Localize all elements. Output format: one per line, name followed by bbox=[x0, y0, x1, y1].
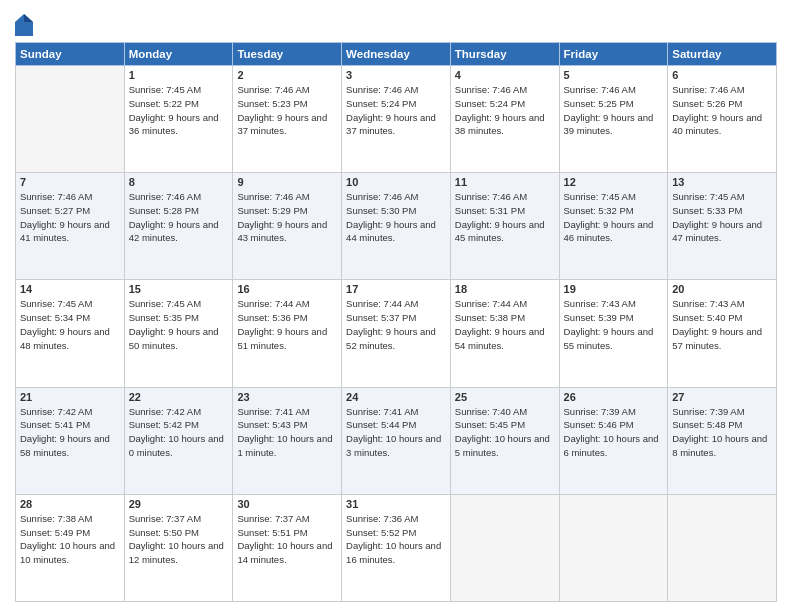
day-info: Sunrise: 7:45 AMSunset: 5:22 PMDaylight:… bbox=[129, 83, 229, 138]
day-info: Sunrise: 7:39 AMSunset: 5:46 PMDaylight:… bbox=[564, 405, 664, 460]
day-number: 2 bbox=[237, 69, 337, 81]
day-info: Sunrise: 7:46 AMSunset: 5:27 PMDaylight:… bbox=[20, 190, 120, 245]
day-info: Sunrise: 7:43 AMSunset: 5:39 PMDaylight:… bbox=[564, 297, 664, 352]
day-number: 9 bbox=[237, 176, 337, 188]
day-number: 20 bbox=[672, 283, 772, 295]
day-info: Sunrise: 7:46 AMSunset: 5:31 PMDaylight:… bbox=[455, 190, 555, 245]
calendar-cell: 1Sunrise: 7:45 AMSunset: 5:22 PMDaylight… bbox=[124, 66, 233, 173]
day-info: Sunrise: 7:36 AMSunset: 5:52 PMDaylight:… bbox=[346, 512, 446, 567]
calendar-cell: 31Sunrise: 7:36 AMSunset: 5:52 PMDayligh… bbox=[342, 494, 451, 601]
day-info: Sunrise: 7:37 AMSunset: 5:51 PMDaylight:… bbox=[237, 512, 337, 567]
day-number: 1 bbox=[129, 69, 229, 81]
day-number: 8 bbox=[129, 176, 229, 188]
day-info: Sunrise: 7:41 AMSunset: 5:44 PMDaylight:… bbox=[346, 405, 446, 460]
calendar-week-row: 28Sunrise: 7:38 AMSunset: 5:49 PMDayligh… bbox=[16, 494, 777, 601]
day-number: 28 bbox=[20, 498, 120, 510]
day-number: 14 bbox=[20, 283, 120, 295]
header bbox=[15, 10, 777, 36]
day-number: 15 bbox=[129, 283, 229, 295]
day-info: Sunrise: 7:46 AMSunset: 5:29 PMDaylight:… bbox=[237, 190, 337, 245]
day-info: Sunrise: 7:46 AMSunset: 5:24 PMDaylight:… bbox=[455, 83, 555, 138]
day-info: Sunrise: 7:46 AMSunset: 5:28 PMDaylight:… bbox=[129, 190, 229, 245]
calendar-cell: 7Sunrise: 7:46 AMSunset: 5:27 PMDaylight… bbox=[16, 173, 125, 280]
calendar-cell bbox=[16, 66, 125, 173]
calendar-cell: 15Sunrise: 7:45 AMSunset: 5:35 PMDayligh… bbox=[124, 280, 233, 387]
day-info: Sunrise: 7:42 AMSunset: 5:42 PMDaylight:… bbox=[129, 405, 229, 460]
day-number: 11 bbox=[455, 176, 555, 188]
calendar-cell: 2Sunrise: 7:46 AMSunset: 5:23 PMDaylight… bbox=[233, 66, 342, 173]
calendar-cell: 30Sunrise: 7:37 AMSunset: 5:51 PMDayligh… bbox=[233, 494, 342, 601]
day-info: Sunrise: 7:46 AMSunset: 5:30 PMDaylight:… bbox=[346, 190, 446, 245]
day-info: Sunrise: 7:45 AMSunset: 5:33 PMDaylight:… bbox=[672, 190, 772, 245]
day-info: Sunrise: 7:44 AMSunset: 5:36 PMDaylight:… bbox=[237, 297, 337, 352]
calendar-cell: 3Sunrise: 7:46 AMSunset: 5:24 PMDaylight… bbox=[342, 66, 451, 173]
day-info: Sunrise: 7:42 AMSunset: 5:41 PMDaylight:… bbox=[20, 405, 120, 460]
day-number: 10 bbox=[346, 176, 446, 188]
calendar-cell: 16Sunrise: 7:44 AMSunset: 5:36 PMDayligh… bbox=[233, 280, 342, 387]
day-info: Sunrise: 7:41 AMSunset: 5:43 PMDaylight:… bbox=[237, 405, 337, 460]
calendar-cell: 4Sunrise: 7:46 AMSunset: 5:24 PMDaylight… bbox=[450, 66, 559, 173]
calendar-cell: 11Sunrise: 7:46 AMSunset: 5:31 PMDayligh… bbox=[450, 173, 559, 280]
day-info: Sunrise: 7:39 AMSunset: 5:48 PMDaylight:… bbox=[672, 405, 772, 460]
calendar-cell: 29Sunrise: 7:37 AMSunset: 5:50 PMDayligh… bbox=[124, 494, 233, 601]
calendar-cell: 18Sunrise: 7:44 AMSunset: 5:38 PMDayligh… bbox=[450, 280, 559, 387]
day-number: 24 bbox=[346, 391, 446, 403]
logo bbox=[15, 14, 35, 36]
calendar-cell: 27Sunrise: 7:39 AMSunset: 5:48 PMDayligh… bbox=[668, 387, 777, 494]
calendar-header-wednesday: Wednesday bbox=[342, 43, 451, 66]
day-info: Sunrise: 7:40 AMSunset: 5:45 PMDaylight:… bbox=[455, 405, 555, 460]
day-number: 7 bbox=[20, 176, 120, 188]
calendar-cell: 20Sunrise: 7:43 AMSunset: 5:40 PMDayligh… bbox=[668, 280, 777, 387]
calendar-header-friday: Friday bbox=[559, 43, 668, 66]
calendar-header-monday: Monday bbox=[124, 43, 233, 66]
calendar-cell: 21Sunrise: 7:42 AMSunset: 5:41 PMDayligh… bbox=[16, 387, 125, 494]
day-number: 23 bbox=[237, 391, 337, 403]
svg-marker-1 bbox=[24, 14, 33, 22]
day-number: 12 bbox=[564, 176, 664, 188]
day-info: Sunrise: 7:45 AMSunset: 5:32 PMDaylight:… bbox=[564, 190, 664, 245]
calendar-header-saturday: Saturday bbox=[668, 43, 777, 66]
day-number: 27 bbox=[672, 391, 772, 403]
calendar-header-tuesday: Tuesday bbox=[233, 43, 342, 66]
day-info: Sunrise: 7:44 AMSunset: 5:37 PMDaylight:… bbox=[346, 297, 446, 352]
calendar-header-row: SundayMondayTuesdayWednesdayThursdayFrid… bbox=[16, 43, 777, 66]
day-number: 13 bbox=[672, 176, 772, 188]
calendar-cell bbox=[668, 494, 777, 601]
day-number: 29 bbox=[129, 498, 229, 510]
calendar-header-thursday: Thursday bbox=[450, 43, 559, 66]
day-info: Sunrise: 7:44 AMSunset: 5:38 PMDaylight:… bbox=[455, 297, 555, 352]
calendar-cell: 6Sunrise: 7:46 AMSunset: 5:26 PMDaylight… bbox=[668, 66, 777, 173]
page: SundayMondayTuesdayWednesdayThursdayFrid… bbox=[0, 0, 792, 612]
calendar-cell: 22Sunrise: 7:42 AMSunset: 5:42 PMDayligh… bbox=[124, 387, 233, 494]
calendar-cell bbox=[450, 494, 559, 601]
calendar-cell: 5Sunrise: 7:46 AMSunset: 5:25 PMDaylight… bbox=[559, 66, 668, 173]
day-number: 4 bbox=[455, 69, 555, 81]
day-number: 25 bbox=[455, 391, 555, 403]
calendar-week-row: 1Sunrise: 7:45 AMSunset: 5:22 PMDaylight… bbox=[16, 66, 777, 173]
day-info: Sunrise: 7:45 AMSunset: 5:34 PMDaylight:… bbox=[20, 297, 120, 352]
calendar-week-row: 14Sunrise: 7:45 AMSunset: 5:34 PMDayligh… bbox=[16, 280, 777, 387]
logo-icon bbox=[15, 14, 33, 36]
calendar-week-row: 21Sunrise: 7:42 AMSunset: 5:41 PMDayligh… bbox=[16, 387, 777, 494]
calendar-cell bbox=[559, 494, 668, 601]
day-info: Sunrise: 7:46 AMSunset: 5:23 PMDaylight:… bbox=[237, 83, 337, 138]
calendar-cell: 10Sunrise: 7:46 AMSunset: 5:30 PMDayligh… bbox=[342, 173, 451, 280]
day-number: 31 bbox=[346, 498, 446, 510]
calendar-header-sunday: Sunday bbox=[16, 43, 125, 66]
calendar-cell: 8Sunrise: 7:46 AMSunset: 5:28 PMDaylight… bbox=[124, 173, 233, 280]
calendar-cell: 14Sunrise: 7:45 AMSunset: 5:34 PMDayligh… bbox=[16, 280, 125, 387]
day-number: 21 bbox=[20, 391, 120, 403]
calendar-cell: 13Sunrise: 7:45 AMSunset: 5:33 PMDayligh… bbox=[668, 173, 777, 280]
day-number: 5 bbox=[564, 69, 664, 81]
day-number: 16 bbox=[237, 283, 337, 295]
calendar-cell: 9Sunrise: 7:46 AMSunset: 5:29 PMDaylight… bbox=[233, 173, 342, 280]
calendar-table: SundayMondayTuesdayWednesdayThursdayFrid… bbox=[15, 42, 777, 602]
day-info: Sunrise: 7:45 AMSunset: 5:35 PMDaylight:… bbox=[129, 297, 229, 352]
day-info: Sunrise: 7:46 AMSunset: 5:24 PMDaylight:… bbox=[346, 83, 446, 138]
calendar-cell: 19Sunrise: 7:43 AMSunset: 5:39 PMDayligh… bbox=[559, 280, 668, 387]
day-number: 3 bbox=[346, 69, 446, 81]
day-number: 6 bbox=[672, 69, 772, 81]
day-info: Sunrise: 7:46 AMSunset: 5:26 PMDaylight:… bbox=[672, 83, 772, 138]
day-info: Sunrise: 7:46 AMSunset: 5:25 PMDaylight:… bbox=[564, 83, 664, 138]
day-number: 17 bbox=[346, 283, 446, 295]
